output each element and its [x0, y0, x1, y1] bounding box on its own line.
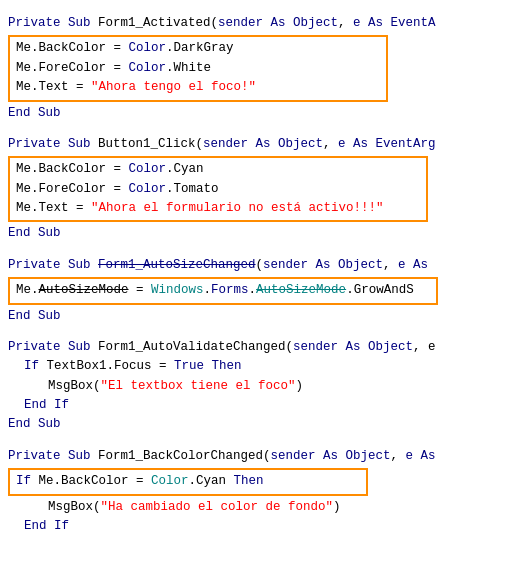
- code-line: Me.ForeColor = Color.White: [16, 59, 380, 78]
- code-line: MsgBox("Ha cambiado el color de fondo"): [0, 498, 524, 517]
- code-line: End If: [0, 396, 524, 415]
- code-line: MsgBox("El textbox tiene el foco"): [0, 377, 524, 396]
- section-button1-click: Private Sub Button1_Click(sender As Obje…: [0, 135, 524, 244]
- orange-box-5: If Me.BackColor = Color.Cyan Then: [8, 468, 368, 495]
- highlighted-block-5: If Me.BackColor = Color.Cyan Then: [0, 466, 524, 497]
- code-line: Me.BackColor = Color.Cyan: [16, 160, 420, 179]
- orange-box-2: Me.BackColor = Color.Cyan Me.ForeColor =…: [8, 156, 428, 222]
- code-line: Private Sub Form1_AutoValidateChanged(se…: [0, 338, 524, 357]
- code-editor: Private Sub Form1_Activated(sender As Ob…: [0, 8, 524, 542]
- highlighted-block-3: Me.AutoSizeMode = Windows.Forms.AutoSize…: [0, 275, 524, 306]
- code-line: Me.Text = "Ahora tengo el foco!": [16, 78, 380, 97]
- code-line: Private Sub Form1_Activated(sender As Ob…: [0, 14, 524, 33]
- code-line: Private Sub Form1_AutoSizeChanged(sender…: [0, 256, 524, 275]
- orange-box-1: Me.BackColor = Color.DarkGray Me.ForeCol…: [8, 35, 388, 101]
- code-line: If TextBox1.Focus = True Then: [0, 357, 524, 376]
- code-line: Me.Text = "Ahora el formulario no está a…: [16, 199, 420, 218]
- section-form1-autovalidate: Private Sub Form1_AutoValidateChanged(se…: [0, 338, 524, 435]
- code-line: Me.ForeColor = Color.Tomato: [16, 180, 420, 199]
- section-form1-autosize: Private Sub Form1_AutoSizeChanged(sender…: [0, 256, 524, 326]
- code-line: End Sub: [0, 415, 524, 434]
- highlighted-block-2: Me.BackColor = Color.Cyan Me.ForeColor =…: [0, 154, 524, 224]
- code-line: End Sub: [0, 307, 524, 326]
- orange-box-3: Me.AutoSizeMode = Windows.Forms.AutoSize…: [8, 277, 438, 304]
- code-line: End Sub: [0, 224, 524, 243]
- section-form1-activated: Private Sub Form1_Activated(sender As Ob…: [0, 14, 524, 123]
- section-form1-backcolor: Private Sub Form1_BackColorChanged(sende…: [0, 447, 524, 537]
- code-line: Private Sub Button1_Click(sender As Obje…: [0, 135, 524, 154]
- code-line: End If: [0, 517, 524, 536]
- code-line: Private Sub Form1_BackColorChanged(sende…: [0, 447, 524, 466]
- code-line: Me.AutoSizeMode = Windows.Forms.AutoSize…: [16, 281, 430, 300]
- code-line: End Sub: [0, 104, 524, 123]
- highlighted-block-1: Me.BackColor = Color.DarkGray Me.ForeCol…: [0, 33, 524, 103]
- code-line: Me.BackColor = Color.DarkGray: [16, 39, 380, 58]
- code-line: If Me.BackColor = Color.Cyan Then: [16, 472, 360, 491]
